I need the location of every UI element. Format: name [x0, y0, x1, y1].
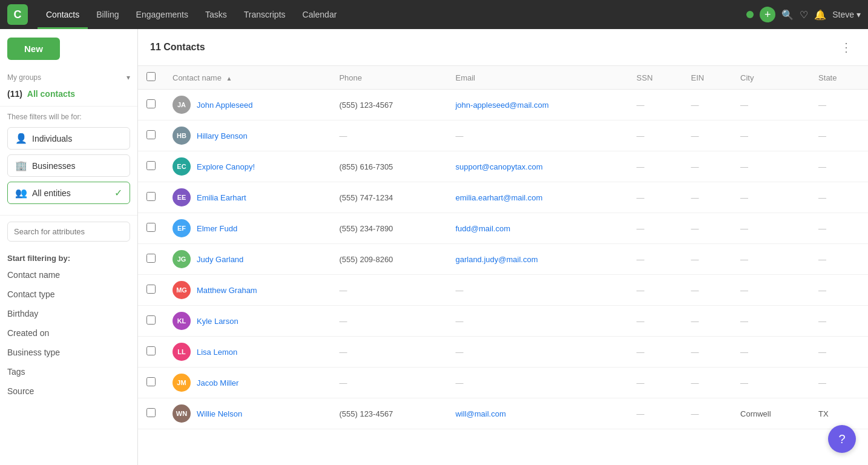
row-checkbox[interactable]: [146, 285, 156, 294]
email-cell: emilia.earhart@mail.com: [447, 182, 628, 213]
nav-links: ContactsBillingEngagementsTasksTranscrip…: [38, 0, 746, 29]
email-cell: —: [447, 120, 628, 151]
select-all-checkbox[interactable]: [146, 72, 156, 81]
search-attributes-section: [0, 215, 137, 248]
contact-name-link[interactable]: Kyle Larson: [197, 317, 238, 326]
row-checkbox[interactable]: [146, 130, 156, 139]
add-button[interactable]: +: [760, 7, 775, 22]
email-link[interactable]: john-appleseed@mail.com: [455, 101, 548, 110]
contact-name-link[interactable]: John Appleseed: [197, 101, 253, 110]
avatar: KL: [173, 312, 191, 330]
filter-attr-tags[interactable]: Tags: [0, 362, 137, 381]
filter-attr-source[interactable]: Source: [0, 381, 137, 401]
row-checkbox[interactable]: [146, 161, 156, 170]
row-checkbox-cell: [138, 182, 164, 213]
name-cell: EE Emilia Earhart: [164, 182, 330, 213]
name-cell: HB Hillary Benson: [164, 120, 330, 151]
name-cell: MG Matthew Graham: [164, 275, 330, 306]
ssn-cell: —: [628, 275, 683, 306]
col-contact-name[interactable]: Contact name ▲: [164, 66, 330, 90]
phone-cell: (555) 209-8260: [330, 244, 447, 275]
user-menu[interactable]: Steve ▾: [832, 10, 861, 19]
my-groups[interactable]: My groups ▾: [0, 68, 137, 87]
contact-name-link[interactable]: Willie Nelson: [197, 409, 242, 418]
filter-section: These filters will be for: 👤 Individuals…: [0, 106, 137, 215]
main-header: 11 Contacts ⋮: [138, 29, 868, 66]
nav-link-tasks[interactable]: Tasks: [197, 0, 235, 29]
row-checkbox[interactable]: [146, 254, 156, 263]
nav-link-engagements[interactable]: Engagements: [128, 0, 197, 29]
state-cell: —: [810, 306, 868, 337]
table-row: MG Matthew Graham — — — — — —: [138, 275, 868, 306]
email-cell: —: [447, 337, 628, 368]
filter-chip-businesses[interactable]: 🏢 Businesses: [7, 154, 130, 177]
row-checkbox[interactable]: [146, 408, 156, 417]
contact-name-link[interactable]: Matthew Graham: [197, 286, 257, 295]
state-cell: —: [810, 182, 868, 213]
avatar: EE: [173, 188, 191, 206]
table-row: EF Elmer Fudd (555) 234-7890 fudd@mail.c…: [138, 213, 868, 244]
contact-name-link[interactable]: Emilia Earhart: [197, 193, 246, 202]
all-contacts-item[interactable]: (11) All contacts: [0, 87, 137, 106]
ein-cell: —: [682, 275, 732, 306]
heart-icon[interactable]: ♡: [800, 9, 808, 21]
nav-link-calendar[interactable]: Calendar: [294, 0, 346, 29]
app-logo[interactable]: C: [7, 4, 28, 25]
contact-name-link[interactable]: Explore Canopy!: [197, 162, 255, 171]
row-checkbox[interactable]: [146, 315, 156, 325]
contact-name-link[interactable]: Elmer Fudd: [197, 224, 237, 233]
row-checkbox[interactable]: [146, 99, 156, 108]
help-button[interactable]: ?: [828, 425, 856, 453]
new-button[interactable]: New: [7, 38, 60, 60]
filter-chip-individuals[interactable]: 👤 Individuals: [7, 127, 130, 150]
ssn-cell: —: [628, 90, 683, 120]
row-checkbox[interactable]: [146, 192, 156, 201]
nav-link-billing[interactable]: Billing: [88, 0, 127, 29]
filter-attr-contact-name[interactable]: Contact name: [0, 265, 137, 285]
row-checkbox[interactable]: [146, 223, 156, 232]
ssn-cell: —: [628, 120, 683, 151]
phone-cell: (555) 747-1234: [330, 182, 447, 213]
contact-name-link[interactable]: Hillary Benson: [197, 131, 248, 140]
sidebar: New My groups ▾ (11) All contacts These …: [0, 29, 138, 465]
email-dash: —: [455, 378, 463, 388]
select-all-header: [138, 66, 164, 90]
state-cell: —: [810, 275, 868, 306]
city-cell: —: [732, 244, 810, 275]
bell-icon[interactable]: 🔔: [814, 9, 826, 21]
search-icon[interactable]: 🔍: [781, 9, 794, 21]
filter-chip-all-entities[interactable]: 👥 All entities ✓: [7, 182, 130, 204]
phone-cell: (555) 123-4567: [330, 90, 447, 120]
filter-attr-created-on[interactable]: Created on: [0, 323, 137, 343]
row-checkbox[interactable]: [146, 346, 156, 355]
contact-name-link[interactable]: Jacob Miller: [197, 378, 238, 388]
contact-name-link[interactable]: Lisa Lemon: [197, 348, 237, 357]
ein-cell: —: [682, 244, 732, 275]
ein-cell: —: [682, 151, 732, 182]
state-cell: —: [810, 368, 868, 398]
email-link[interactable]: emilia.earhart@mail.com: [455, 193, 542, 202]
email-link[interactable]: will@mail.com: [455, 409, 505, 418]
nav-right: + 🔍 ♡ 🔔 Steve ▾: [746, 7, 861, 22]
search-attributes-input[interactable]: [7, 222, 130, 242]
more-options-button[interactable]: ⋮: [837, 39, 856, 56]
nav-link-transcripts[interactable]: Transcripts: [235, 0, 294, 29]
state-cell: —: [810, 244, 868, 275]
ssn-cell: —: [628, 398, 683, 429]
filter-attr-contact-type[interactable]: Contact type: [0, 285, 137, 304]
contacts-tbody: JA John Appleseed (555) 123-4567 john-ap…: [138, 90, 868, 429]
row-checkbox[interactable]: [146, 377, 156, 386]
city-cell: —: [732, 368, 810, 398]
email-cell: —: [447, 306, 628, 337]
contacts-count-badge: (11): [7, 89, 22, 99]
contact-name-link[interactable]: Judy Garland: [197, 255, 243, 264]
filter-chip-label-individuals: Individuals: [32, 134, 122, 143]
email-link[interactable]: fudd@mail.com: [455, 224, 510, 233]
nav-link-contacts[interactable]: Contacts: [38, 0, 88, 29]
email-link[interactable]: support@canopytax.com: [455, 162, 542, 171]
email-link[interactable]: garland.judy@mail.com: [455, 255, 538, 264]
contacts-table-wrapper: Contact name ▲ Phone Email SSN EIN City …: [138, 66, 868, 465]
filter-attr-birthday[interactable]: Birthday: [0, 304, 137, 323]
city-cell: Cornwell: [732, 398, 810, 429]
filter-attr-business-type[interactable]: Business type: [0, 343, 137, 362]
